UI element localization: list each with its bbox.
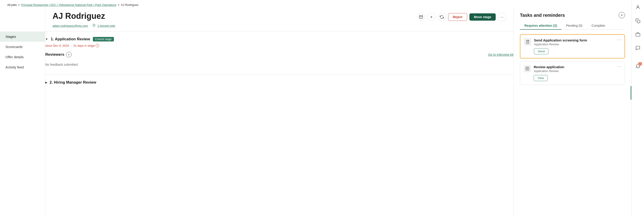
stage-1-meta: since Dec 9, 2024 · 31 days in stage ! — [45, 44, 513, 47]
task-card-2: Review application Application Review Vi… — [520, 61, 625, 85]
breadcrumb-job[interactable]: Principal Researcher (151) / Yellowstone… — [21, 3, 116, 6]
tasks-tabs: Requires attention (2) Pending (0) Compl… — [520, 22, 625, 30]
stage-2-header: ▶ 2. Hiring Manager Review — [45, 80, 513, 85]
task-2-icon — [524, 65, 531, 72]
person-icon[interactable] — [634, 4, 642, 11]
pinned-note-link[interactable]: 1 pinned note — [97, 24, 115, 28]
move-stage-button[interactable]: Move stage — [470, 13, 496, 20]
svg-rect-4 — [526, 40, 529, 44]
tasks-header: Tasks and reminders + — [520, 12, 625, 18]
task-1-header: Send Application screening form Applicat… — [524, 38, 621, 54]
pin-icon — [92, 24, 96, 28]
candidate-info: AJ Rodriguez — [52, 12, 105, 20]
task-2-header: Review application Application Review Vi… — [524, 65, 621, 81]
svg-rect-13 — [637, 20, 640, 23]
stage-1-since: since Dec 9, 2024 — [45, 44, 69, 47]
tab-complete[interactable]: Complete — [587, 22, 610, 30]
task-2-info: Review application Application Review Vi… — [534, 65, 621, 81]
stage-1-header: ▼ 1. Application Review Current stage — [45, 37, 513, 42]
breadcrumb-candidate: AJ Rodriguez — [121, 3, 138, 6]
candidate-email[interactable]: adam.rodriguezz@res.com — [52, 24, 88, 28]
days-badge: 31 days in stage ! — [73, 44, 100, 47]
chat-icon[interactable] — [634, 44, 642, 52]
email-button[interactable] — [417, 13, 425, 21]
task-1-title: Send Application screening form — [534, 38, 621, 42]
task-1-icon — [524, 38, 531, 46]
tab-requires-attention[interactable]: Requires attention (2) — [520, 22, 562, 30]
stage-1-badge: Current stage — [93, 37, 114, 42]
nav-menu: Stages Scorecards Offer details Activity… — [0, 32, 45, 72]
no-feedback-text: No feedback submitted — [45, 60, 513, 69]
stage-1: ▼ 1. Application Review Current stage si… — [45, 37, 513, 69]
bell-badge: 2 — [638, 62, 642, 66]
breadcrumb: All jobs > Principal Researcher (151) / … — [0, 0, 631, 6]
svg-point-12 — [637, 6, 638, 7]
more-options-button[interactable]: ··· — [498, 13, 506, 21]
stage-1-toggle[interactable]: ▼ — [45, 38, 48, 41]
breadcrumb-sep2: > — [118, 3, 120, 6]
add-button[interactable] — [427, 13, 436, 21]
bell-icon[interactable]: 2 — [634, 62, 642, 70]
stage-2-title: 2. Hiring Manager Review — [50, 80, 96, 85]
candidate-meta: adam.rodriguezz@res.com · 1 pinned note — [52, 24, 506, 28]
refresh-button[interactable] — [438, 13, 446, 21]
task-card-1: Send Application screening form Applicat… — [520, 34, 625, 58]
sidebar-item-stages[interactable]: Stages — [0, 32, 45, 42]
tasks-panel: Tasks and reminders + Requires attention… — [514, 6, 631, 217]
sidebar-item-activity-feed[interactable]: Activity feed — [0, 62, 45, 72]
stage-divider — [45, 74, 513, 75]
candidate-actions: Reject Move stage ··· — [417, 13, 506, 21]
sidebar-item-scorecards[interactable]: Scorecards — [0, 42, 45, 52]
reject-button[interactable]: Reject — [448, 13, 467, 21]
tab-pending[interactable]: Pending (0) — [562, 22, 587, 30]
sidebar-item-offer-details[interactable]: Offer details — [0, 52, 45, 62]
add-reviewer-button[interactable]: + — [66, 52, 72, 57]
task-1-info: Send Application screening form Applicat… — [534, 38, 621, 54]
task-2-view-button[interactable]: View — [534, 75, 548, 81]
reviewers-title: Reviewers + — [45, 52, 72, 57]
reviewers-section: Reviewers + Go to interview kit No feedb… — [45, 52, 513, 69]
right-sidebar: 2 — [631, 0, 644, 217]
candidate-name: AJ Rodriguez — [52, 12, 105, 20]
reviewers-header: Reviewers + Go to interview kit — [45, 52, 513, 57]
warning-icon: ! — [96, 44, 99, 47]
tasks-title: Tasks and reminders — [520, 13, 565, 18]
add-task-button[interactable]: + — [619, 12, 625, 18]
copy-icon[interactable] — [634, 17, 642, 24]
task-1-send-button[interactable]: Send — [534, 48, 548, 54]
task-1-subtitle: Application Review — [534, 42, 621, 46]
svg-rect-14 — [636, 33, 640, 36]
briefcase-icon[interactable] — [634, 31, 642, 38]
task-2-more-button[interactable]: ··· — [617, 64, 622, 69]
task-1-more-button[interactable]: ··· — [617, 38, 621, 42]
stage-2-toggle[interactable]: ▶ — [45, 81, 47, 84]
meta-separator: · — [90, 24, 90, 28]
stage-1-title: 1. Application Review — [51, 37, 90, 42]
left-nav: Stages Scorecards Offer details Activity… — [0, 6, 45, 217]
stages-content: ▼ 1. Application Review Current stage si… — [45, 32, 513, 90]
notification-bar — [631, 86, 631, 100]
center-panel: AJ Rodriguez — [45, 6, 514, 217]
task-2-title: Review application — [534, 65, 621, 69]
task-2-subtitle: Application Review — [534, 69, 621, 73]
breadcrumb-sep1: > — [18, 3, 20, 6]
interview-kit-link[interactable]: Go to interview kit — [488, 53, 513, 56]
svg-point-3 — [94, 25, 94, 26]
breadcrumb-all-jobs[interactable]: All jobs — [7, 3, 17, 6]
